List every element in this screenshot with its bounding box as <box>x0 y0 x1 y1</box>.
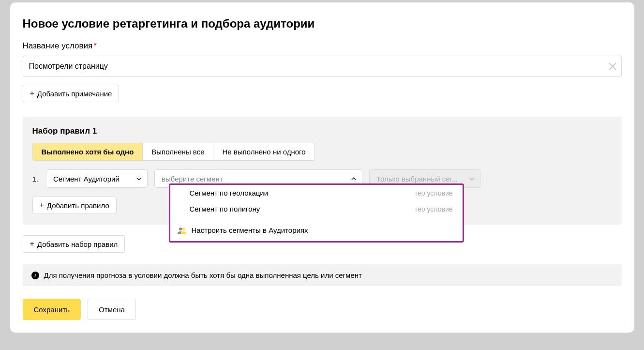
rule-mode-group: Выполнено хотя бы одно Выполнены все Не … <box>32 143 315 161</box>
name-input-wrap <box>23 56 622 77</box>
people-icon <box>177 227 187 234</box>
condition-name-input[interactable] <box>23 56 622 77</box>
add-ruleset-button[interactable]: + Добавить набор правил <box>23 235 125 253</box>
mode-none-button[interactable]: Не выполнено ни одного <box>213 143 314 160</box>
ruleset-panel: Набор правил 1 Выполнено хотя бы одно Вы… <box>23 117 622 225</box>
configure-audiences-link[interactable]: Настроить сегменты в Аудиториях <box>170 220 463 241</box>
chevron-down-icon <box>468 175 475 182</box>
info-bar: i Для получения прогноза в условии должн… <box>23 264 622 286</box>
plus-icon: + <box>30 90 34 97</box>
info-icon: i <box>31 272 39 279</box>
svg-point-3 <box>182 228 185 230</box>
ruleset-title: Набор правил 1 <box>32 126 612 136</box>
dropdown-option-geo[interactable]: Сегмент по геолокации гео условие <box>170 185 463 201</box>
clear-input-icon[interactable] <box>608 62 617 71</box>
modal-title: Новое условие ретаргетинга и подбора ауд… <box>23 17 622 30</box>
segment-dropdown: Сегмент по геолокации гео условие Сегмен… <box>169 183 464 243</box>
svg-point-2 <box>179 228 182 230</box>
mode-all-button[interactable]: Выполнены все <box>143 143 213 160</box>
plus-icon: + <box>40 201 44 209</box>
rule-number: 1. <box>32 175 39 183</box>
modal-actions: Сохранить Отмена <box>23 299 622 320</box>
plus-icon: + <box>30 240 34 248</box>
chevron-up-icon <box>350 175 357 182</box>
add-rule-button[interactable]: + Добавить правило <box>32 197 117 214</box>
add-note-button[interactable]: + Добавить примечание <box>23 85 120 102</box>
cancel-button[interactable]: Отмена <box>88 299 136 320</box>
name-field-label: Название условия* <box>23 41 622 51</box>
info-text: Для получения прогноза в условии должна … <box>44 271 362 279</box>
chevron-down-icon <box>135 175 142 182</box>
dropdown-option-polygon[interactable]: Сегмент по полигону гео условие <box>170 201 463 217</box>
retargeting-condition-modal: Новое условие ретаргетинга и подбора ауд… <box>10 2 634 333</box>
mode-any-button[interactable]: Выполнено хотя бы одно <box>33 143 143 160</box>
rule-type-select[interactable]: Сегмент Аудиторий <box>46 169 148 188</box>
required-star: * <box>93 41 97 50</box>
save-button[interactable]: Сохранить <box>23 299 81 320</box>
